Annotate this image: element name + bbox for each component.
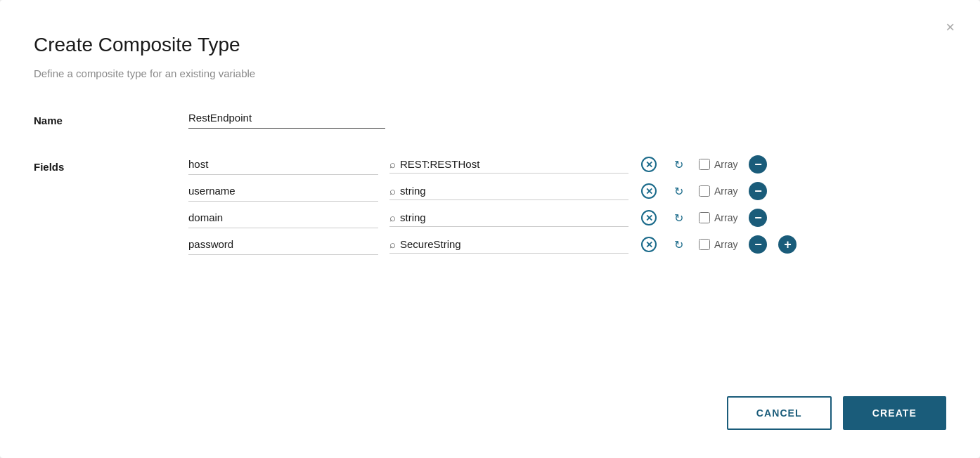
type-input[interactable]: [400, 158, 628, 170]
fields-label: Fields: [34, 154, 188, 173]
array-wrap: Array: [699, 212, 737, 223]
type-input[interactable]: [400, 211, 628, 223]
search-icon: ⌕: [389, 211, 396, 223]
refresh-icon: ↻: [671, 237, 686, 252]
array-wrap: Array: [699, 159, 737, 170]
clear-icon: ✕: [641, 237, 657, 252]
refresh-type-button[interactable]: ↻: [669, 235, 688, 254]
field-row: ⌕ ✕ ↻ Array −: [188, 181, 946, 202]
cancel-button[interactable]: CANCEL: [727, 396, 832, 430]
add-field-button[interactable]: +: [778, 235, 797, 254]
refresh-type-button[interactable]: ↻: [669, 182, 688, 200]
refresh-type-button[interactable]: ↻: [669, 155, 688, 174]
type-input[interactable]: [400, 238, 628, 250]
type-search-wrap: ⌕: [389, 155, 628, 174]
remove-field-button[interactable]: −: [749, 155, 767, 174]
array-label: Array: [714, 239, 737, 250]
array-label: Array: [714, 212, 737, 223]
array-checkbox[interactable]: [699, 239, 710, 250]
array-wrap: Array: [699, 185, 737, 197]
name-input[interactable]: [188, 107, 385, 129]
array-checkbox[interactable]: [699, 212, 710, 223]
clear-icon: ✕: [641, 183, 657, 199]
search-icon: ⌕: [389, 185, 396, 197]
search-icon: ⌕: [389, 238, 396, 250]
refresh-icon: ↻: [671, 210, 686, 225]
array-label: Array: [714, 159, 737, 170]
name-section: Name: [34, 107, 946, 129]
field-row: ⌕ ✕ ↻ Array −: [188, 154, 946, 175]
remove-field-button[interactable]: −: [749, 182, 767, 200]
clear-type-button[interactable]: ✕: [640, 155, 658, 174]
fields-section: Fields ⌕ ✕ ↻ Array −: [34, 154, 946, 261]
array-checkbox[interactable]: [699, 159, 710, 170]
create-button[interactable]: CREATE: [843, 396, 946, 430]
type-input[interactable]: [400, 185, 628, 197]
remove-field-button[interactable]: −: [749, 209, 767, 227]
search-icon: ⌕: [389, 158, 396, 170]
array-wrap: Array: [699, 239, 737, 250]
close-button[interactable]: ×: [946, 20, 955, 35]
array-checkbox[interactable]: [699, 185, 710, 197]
clear-icon: ✕: [641, 157, 657, 172]
fields-container: ⌕ ✕ ↻ Array − ⌕: [188, 154, 946, 261]
create-composite-type-dialog: × Create Composite Type Define a composi…: [0, 0, 980, 458]
refresh-icon: ↻: [671, 157, 686, 172]
field-name-input[interactable]: [188, 207, 378, 228]
field-row: ⌕ ✕ ↻ Array −: [188, 207, 946, 228]
field-name-input[interactable]: [188, 181, 378, 202]
clear-type-button[interactable]: ✕: [640, 209, 658, 227]
remove-field-button[interactable]: −: [749, 235, 767, 254]
type-search-wrap: ⌕: [389, 182, 628, 200]
action-buttons-row: CANCEL CREATE: [34, 368, 946, 430]
clear-type-button[interactable]: ✕: [640, 235, 658, 254]
clear-icon: ✕: [641, 210, 657, 225]
dialog-subtitle: Define a composite type for an existing …: [34, 67, 946, 79]
dialog-title: Create Composite Type: [34, 34, 946, 56]
type-search-wrap: ⌕: [389, 235, 628, 254]
refresh-icon: ↻: [671, 183, 686, 199]
refresh-type-button[interactable]: ↻: [669, 209, 688, 227]
name-label: Name: [34, 107, 188, 126]
field-name-input[interactable]: [188, 154, 378, 175]
field-name-input[interactable]: [188, 234, 378, 255]
array-label: Array: [714, 185, 737, 197]
clear-type-button[interactable]: ✕: [640, 182, 658, 200]
field-row: ⌕ ✕ ↻ Array − +: [188, 234, 946, 255]
type-search-wrap: ⌕: [389, 209, 628, 227]
